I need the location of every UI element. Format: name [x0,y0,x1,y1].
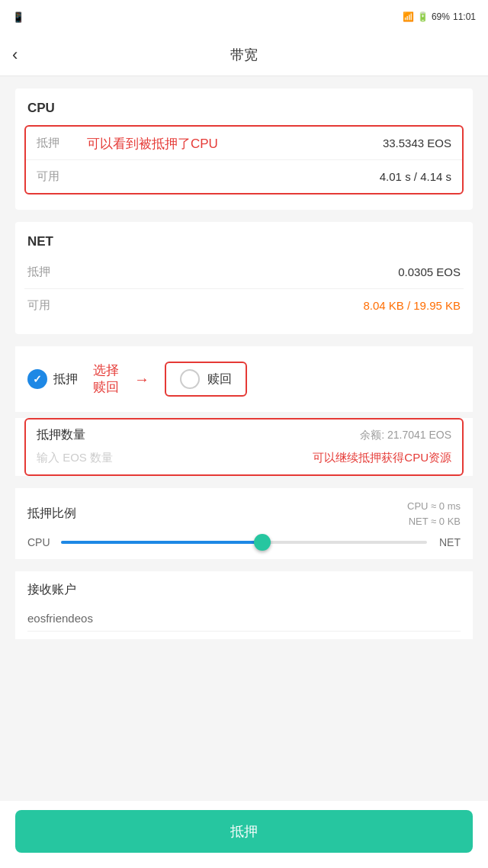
input-field-row: 输入 EOS 数量 可以继续抵押获得CPU资源 [26,448,462,474]
input-placeholder[interactable]: 输入 EOS 数量 [37,451,113,465]
page-title: 带宽 [230,46,258,64]
slider-cpu-label: CPU [27,536,52,548]
main-content: CPU 抵押 可以看到被抵押了CPU 33.5343 EOS 可用 4.01 s… [0,88,488,715]
pledge-button[interactable]: 抵押 [15,810,473,853]
input-box-header: 抵押数量 余额: 21.7041 EOS [26,420,462,448]
cpu-available-value: 4.01 s / 4.14 s [380,170,451,183]
net-available-value: 8.04 KB / 19.95 KB [363,299,461,312]
time-display: 11:01 [453,11,476,22]
input-annotation: 可以继续抵押获得CPU资源 [313,451,451,465]
arrow-icon: → [134,371,149,388]
account-section: 接收账户 eosfriendeos [15,571,473,639]
input-section: 抵押数量 余额: 21.7041 EOS 输入 EOS 数量 可以继续抵押获得C… [15,418,473,476]
cpu-info: CPU ≈ 0 ms [407,499,461,514]
input-balance: 余额: 21.7041 EOS [360,429,451,442]
net-pledge-value: 0.0305 EOS [398,265,461,278]
status-bar-left: 📱 [12,11,24,23]
slider-fill [61,541,262,544]
select-annotation-group: 选择赎回 [93,362,119,396]
net-info: NET ≈ 0 KB [407,514,461,529]
slider-info: CPU ≈ 0 ms NET ≈ 0 KB [407,499,461,529]
net-available-row: 可用 8.04 KB / 19.95 KB [24,289,464,322]
slider-title: 抵押比例 [27,506,76,522]
cpu-pledge-row: 抵押 可以看到被抵押了CPU 33.5343 EOS [26,127,462,160]
slider-header: 抵押比例 CPU ≈ 0 ms NET ≈ 0 KB [27,499,461,529]
slider-net-label: NET [436,536,461,548]
account-value: eosfriendeos [27,606,461,632]
cpu-available-label: 可用 [37,169,59,184]
select-annotation: 选择赎回 [93,362,119,396]
back-button[interactable]: ‹ [12,45,18,65]
redeem-option-label: 赎回 [207,371,232,387]
battery-level: 69% [432,11,450,22]
pledge-radio-checked[interactable] [27,369,47,389]
cpu-pledge-label: 抵押 [37,136,59,150]
slider-row: CPU NET [27,536,461,548]
net-pledge-label: 抵押 [27,265,50,279]
cpu-info-box: 抵押 可以看到被抵押了CPU 33.5343 EOS 可用 4.01 s / 4… [24,125,464,194]
net-rows: 抵押 0.0305 EOS 可用 8.04 KB / 19.95 KB [15,256,473,322]
net-section: NET 抵押 0.0305 EOS 可用 8.04 KB / 19.95 KB [15,222,473,334]
status-bar: 📱 📶 🔋 69% 11:01 [0,0,488,34]
bottom-btn-wrap: 抵押 [0,801,488,868]
redeem-radio-unchecked[interactable] [180,369,200,389]
slider-thumb[interactable] [254,534,271,551]
signal-icon: 📶 [403,11,414,22]
cpu-pledge-value: 33.5343 EOS [383,137,451,149]
cpu-available-row: 可用 4.01 s / 4.14 s [26,160,462,193]
input-box: 抵押数量 余额: 21.7041 EOS 输入 EOS 数量 可以继续抵押获得C… [24,418,464,476]
wifi-icon: 🔋 [417,11,429,22]
account-title: 接收账户 [27,582,461,598]
net-section-title: NET [15,234,473,256]
wechat-icon: 📱 [12,11,24,23]
net-pledge-row: 抵押 0.0305 EOS [24,256,464,289]
slider-section: 抵押比例 CPU ≈ 0 ms NET ≈ 0 KB CPU NET [15,488,473,559]
header: ‹ 带宽 [0,34,488,76]
toggle-section: 抵押 选择赎回 → 赎回 [15,346,473,412]
redeem-option-box[interactable]: 赎回 [165,362,247,397]
status-bar-right: 📶 🔋 69% 11:01 [403,11,476,22]
cpu-annotation: 可以看到被抵押了CPU [87,134,218,152]
cpu-section-title: CPU [15,101,473,122]
net-available-label: 可用 [27,298,50,313]
slider-track[interactable] [61,541,427,544]
cpu-section: CPU 抵押 可以看到被抵押了CPU 33.5343 EOS 可用 4.01 s… [15,88,473,210]
pledge-option-label: 抵押 [53,371,78,387]
pledge-radio-option[interactable]: 抵押 [27,369,78,389]
input-box-title: 抵押数量 [37,427,85,443]
arrow-group: → [134,371,149,388]
